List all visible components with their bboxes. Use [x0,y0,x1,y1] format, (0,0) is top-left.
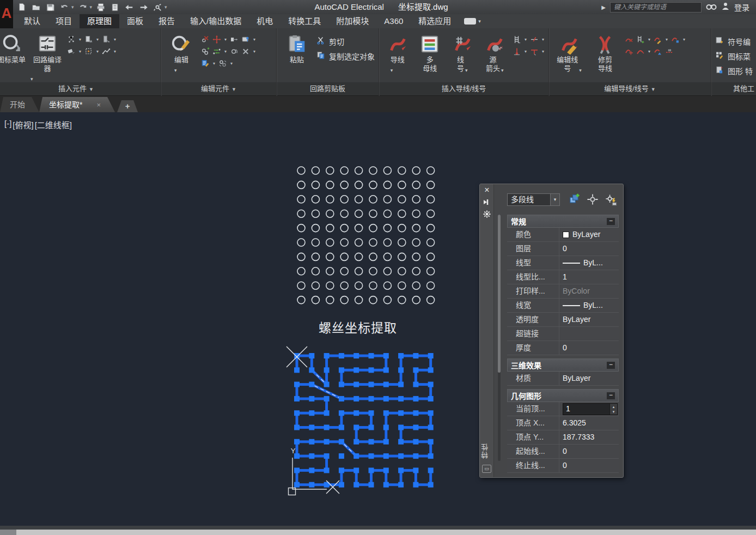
plot-icon[interactable] [95,2,106,13]
icon-menu-button[interactable]: 图标菜单▾ [0,31,28,74]
ribbon-tab-2[interactable]: 项目 [48,14,80,28]
wiremove-icon[interactable] [624,47,634,56]
palette-autohide-icon[interactable] [480,196,494,208]
dropdown-caret-icon[interactable]: ▾ [542,37,544,42]
dropdown-caret-icon[interactable]: ▾ [253,49,255,54]
ribbon-tab-6[interactable]: 输入/输出数据 [182,14,249,28]
drawing-canvas[interactable]: Y [-][俯视][二维线框] 螺丝坐标提取 [0,112,756,526]
sign-in-button[interactable]: 登录 [734,2,749,13]
property-value[interactable]: 0 [559,341,619,355]
undo-icon[interactable] [59,2,70,13]
dropdown-caret-icon[interactable]: ▾ [96,49,99,54]
quick-select-icon[interactable] [605,193,618,205]
plugarrow-icon[interactable] [66,47,76,56]
dropdown-caret-icon[interactable]: ▾ [683,37,685,42]
delcomp-icon[interactable] [200,35,210,44]
zigzag-icon[interactable] [101,47,111,56]
palette-scrollbar-thumb[interactable] [498,215,501,373]
editattr-icon[interactable] [200,59,210,68]
palette-display-icon[interactable]: ▭ [482,465,491,473]
scoot-icon[interactable] [229,35,239,44]
property-value[interactable]: 187.7333 [559,430,619,444]
section-header[interactable]: 几何图形− [507,389,619,402]
viewport-control-1[interactable]: [-] [4,119,11,130]
panel-label-2[interactable]: 编辑元件▼ [161,82,276,96]
save-icon[interactable] [45,2,56,13]
icon-menu-wizard-button[interactable]: 图标菜 [715,51,753,62]
ribbon-tab-3[interactable]: 原理图 [80,14,119,28]
winarrow2-icon[interactable] [101,35,111,44]
panel-label-5[interactable]: 编辑导线/线号▼ [549,82,711,96]
dropdown-arrow-icon[interactable]: ▾ [550,194,559,205]
dropdown-caret-icon[interactable]: ▾ [79,49,81,54]
property-value[interactable]: 6.3025 [559,416,619,430]
collapse-icon[interactable]: − [607,392,615,399]
delx-icon[interactable] [241,47,251,56]
edit-component-button[interactable]: 编辑▾ [164,31,198,74]
ribbon-display-toggle[interactable]: ▾ [464,14,481,28]
property-value[interactable]: 0 [559,242,619,256]
paste-button[interactable]: 粘贴 [280,31,314,64]
ribbon-tab-10[interactable]: A360 [376,14,411,28]
wiretri-icon[interactable] [653,47,663,56]
help-search-input[interactable] [610,2,702,13]
dropdown-caret-icon[interactable]: ▾ [114,49,116,54]
viewport-control-3[interactable]: [二维线框] [35,119,72,130]
app-logo-icon[interactable]: A [0,0,13,28]
ribbon-tab-1[interactable]: 默认 [16,14,48,28]
edit-wire-number-button[interactable]: 编辑线 号▾ [552,31,586,73]
ribbon-tab-7[interactable]: 机电 [249,14,281,28]
section-header[interactable]: 三维效果− [507,358,619,372]
nodes-icon[interactable] [66,35,76,44]
collapse-icon[interactable]: − [607,218,615,225]
object-type-dropdown[interactable]: 多段线 ▾ [507,193,560,206]
property-value[interactable] [559,327,619,341]
panel-label-4[interactable]: 插入导线/线号 [379,82,548,96]
section-header[interactable]: 常规− [507,215,619,228]
back-icon[interactable] [124,2,135,13]
cut-button[interactable]: 剪切 [316,36,375,47]
swap-icon[interactable] [212,47,222,56]
multibus-button[interactable]: 多 母线 [414,31,444,73]
copy-selected-button[interactable]: 复制选定对象 [316,51,375,62]
property-value[interactable]: 0 [559,445,619,458]
dropdown-caret-icon[interactable]: ▾ [648,49,650,54]
dropdown-caret-icon[interactable]: ▾ [213,61,215,66]
dropdown-caret-icon[interactable]: ▾ [525,49,527,54]
horizontal-scrollbar-thumb[interactable] [0,530,16,535]
ladder-icon[interactable] [512,35,522,44]
panel-label-1[interactable]: 插入元件▼ [0,82,161,96]
search-expand-icon[interactable]: ▶ [601,4,606,10]
viewport-control-2[interactable]: [俯视] [13,119,33,130]
dropdown-caret-icon[interactable]: ▾ [666,37,668,42]
redo-icon[interactable] [77,2,88,13]
dropdown-caret-icon[interactable]: ▾ [79,37,81,42]
new-tab-button[interactable]: + [117,100,138,112]
dropdown-caret-icon[interactable]: ▾ [648,37,650,42]
wirepencil-icon[interactable] [653,35,663,44]
ribbon-tab-5[interactable]: 报告 [151,14,182,28]
wire-number-button[interactable]: 线 号▾ [447,31,477,73]
crossred-icon[interactable] [529,35,539,44]
dropdown-caret-icon[interactable]: ▾ [224,37,227,42]
wiredot-icon[interactable] [670,35,680,44]
tab-close-icon[interactable]: × [96,101,101,109]
copycomp-icon[interactable] [200,47,210,56]
trim-wire-button[interactable]: 修剪 导线 [588,31,622,73]
tee2red-icon[interactable] [529,47,539,56]
movecomp-icon[interactable] [212,35,222,44]
teered-icon[interactable] [512,47,522,56]
ribbon-tab-4[interactable]: 面板 [119,14,151,28]
property-value[interactable]: 1 [559,270,619,284]
wire-button[interactable]: 导线▾ [382,31,412,74]
wirebend-icon[interactable] [636,47,645,56]
ribbon-tab-8[interactable]: 转换工具 [281,14,328,28]
property-value[interactable]: ByL... [559,299,619,312]
panel-label-6[interactable]: 其他工 [711,82,756,96]
search-binoculars-icon[interactable] [706,2,717,13]
open-file-icon[interactable] [31,2,41,13]
workspace-tool-icon[interactable] [152,2,163,13]
redo-caret-icon[interactable]: ▾ [90,4,93,10]
sheet-set-icon[interactable] [109,2,120,13]
circuit-builder-button[interactable]: 回路编译器▾ [31,31,64,83]
